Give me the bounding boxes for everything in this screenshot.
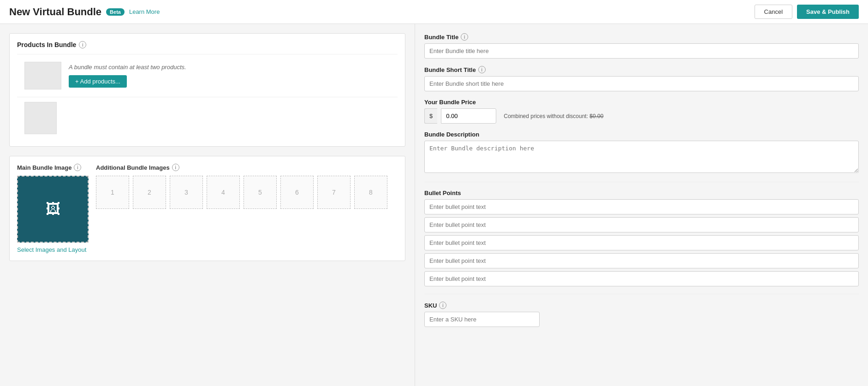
bullet-input-1[interactable]: [424, 199, 859, 214]
bundle-price-label: Your Bundle Price: [424, 99, 859, 106]
beta-badge: Beta: [106, 8, 125, 16]
product-thumb-2: [24, 102, 57, 134]
bundle-price-input[interactable]: [441, 108, 496, 124]
bullet-input-4[interactable]: [424, 253, 859, 268]
sku-label: SKU i: [424, 302, 859, 309]
bundle-price-group: Your Bundle Price $ Combined prices with…: [424, 99, 859, 124]
main-image-label: Main Bundle Image i: [17, 164, 89, 171]
combined-price-text: Combined prices without discount: $0.00: [504, 113, 603, 119]
additional-image-slot-2[interactable]: 2: [133, 176, 166, 209]
bundle-description-label: Bundle Description: [424, 131, 859, 138]
bundle-short-title-info-icon[interactable]: i: [478, 66, 486, 73]
products-in-bundle-section: Products In Bundle i A bundle must conta…: [9, 33, 405, 147]
sku-group: SKU i: [424, 302, 859, 327]
additional-image-slot-5[interactable]: 5: [244, 176, 277, 209]
left-panel: Products In Bundle i A bundle must conta…: [0, 24, 415, 386]
page-title: New Virtual Bundle: [9, 6, 101, 18]
additional-images-label: Additional Bundle Images i: [96, 164, 398, 171]
header-actions: Cancel Save & Publish: [755, 5, 859, 19]
additional-images-grid: 12345678: [96, 176, 398, 209]
additional-image-slot-7[interactable]: 7: [317, 176, 351, 209]
bundle-title-group: Bundle Title i: [424, 33, 859, 59]
products-section-title: Products In Bundle i: [17, 41, 398, 48]
product-row-placeholder: [17, 97, 398, 139]
bullet-input-5[interactable]: [424, 271, 859, 286]
bundle-short-title-input[interactable]: [424, 76, 859, 91]
additional-image-slot-8[interactable]: 8: [354, 176, 387, 209]
right-panel: Bundle Title i Bundle Short Title i Your…: [415, 24, 868, 386]
main-bundle-image-block: Main Bundle Image i 🖼: [17, 164, 89, 243]
price-currency-symbol: $: [424, 108, 437, 124]
sku-info-icon[interactable]: i: [439, 302, 446, 309]
main-image-upload-box[interactable]: 🖼: [17, 176, 89, 243]
price-row: $ Combined prices without discount: $0.0…: [424, 108, 859, 124]
cancel-button[interactable]: Cancel: [755, 5, 792, 19]
bullet-input-2[interactable]: [424, 217, 859, 232]
bundle-short-title-group: Bundle Short Title i: [424, 66, 859, 91]
bundle-description-group: Bundle Description: [424, 131, 859, 174]
bundle-title-input[interactable]: [424, 43, 859, 59]
additional-image-slot-6[interactable]: 6: [280, 176, 314, 209]
divider-2: [424, 294, 859, 294]
bullet-points-label: Bullet Points: [424, 190, 859, 196]
main-image-info-icon[interactable]: i: [74, 164, 81, 171]
images-section: Main Bundle Image i 🖼 Additional Bundle …: [9, 156, 405, 261]
bundle-title-info-icon[interactable]: i: [461, 33, 468, 41]
images-row: Main Bundle Image i 🖼 Additional Bundle …: [17, 164, 398, 243]
bundle-title-label: Bundle Title i: [424, 33, 859, 41]
empty-message: A bundle must contain at least two produ…: [69, 64, 186, 71]
additional-image-slot-1[interactable]: 1: [96, 176, 129, 209]
learn-more-link[interactable]: Learn More: [129, 8, 160, 15]
product-thumbnail-placeholder: [24, 62, 61, 89]
products-info-icon[interactable]: i: [79, 41, 86, 48]
image-upload-icon: 🖼: [46, 201, 60, 218]
main-layout: Products In Bundle i A bundle must conta…: [0, 24, 868, 386]
bundle-description-textarea[interactable]: [424, 141, 859, 173]
additional-image-slot-3[interactable]: 3: [170, 176, 203, 209]
additional-bundle-images-block: Additional Bundle Images i 12345678: [96, 164, 398, 209]
add-products-button[interactable]: + Add products...: [69, 75, 127, 88]
products-empty-content: A bundle must contain at least two produ…: [69, 64, 186, 88]
bullet-inputs-container: [424, 199, 859, 286]
bundle-short-title-label: Bundle Short Title i: [424, 66, 859, 73]
save-publish-button[interactable]: Save & Publish: [797, 5, 859, 19]
products-empty-state: A bundle must contain at least two produ…: [17, 54, 398, 97]
combined-price-value: $0.00: [589, 113, 603, 119]
header: New Virtual Bundle Beta Learn More Cance…: [0, 0, 868, 24]
sku-input[interactable]: [424, 312, 540, 327]
additional-images-info-icon[interactable]: i: [172, 164, 179, 171]
select-images-link[interactable]: Select Images and Layout: [17, 246, 86, 253]
bullet-input-3[interactable]: [424, 235, 859, 250]
additional-image-slot-4[interactable]: 4: [207, 176, 240, 209]
divider: [424, 182, 859, 182]
bullet-points-group: Bullet Points: [424, 190, 859, 286]
